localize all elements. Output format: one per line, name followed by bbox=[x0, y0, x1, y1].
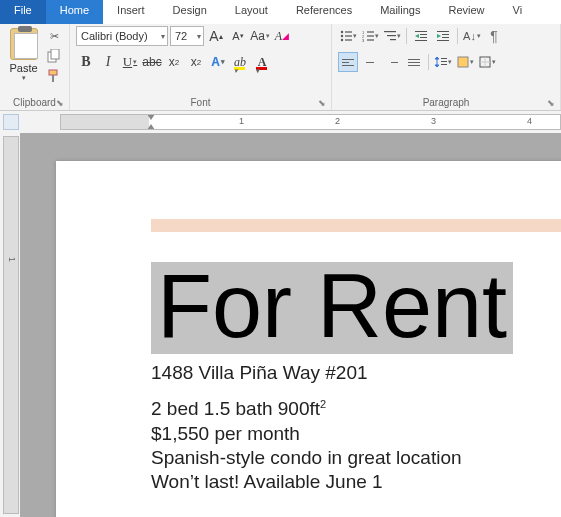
sort-button[interactable]: A↓ bbox=[462, 26, 482, 46]
page[interactable]: For Rent 1488 Villa Piña Way #201 2 bed … bbox=[56, 161, 561, 517]
show-marks-button[interactable]: ¶ bbox=[484, 26, 504, 46]
font-name-combo[interactable]: Calibri (Body)▾ bbox=[76, 26, 168, 46]
group-paragraph: 123 A↓ ¶ Paragraph⬊ bbox=[332, 24, 561, 110]
svg-rect-29 bbox=[441, 58, 447, 59]
font-color-button[interactable]: A bbox=[252, 52, 272, 72]
svg-rect-27 bbox=[442, 37, 449, 38]
ruler-tick: 1 bbox=[7, 257, 17, 262]
svg-rect-7 bbox=[345, 35, 352, 36]
paste-dropdown-icon[interactable]: ▾ bbox=[22, 74, 26, 82]
paragraph-dialog-icon[interactable]: ⬊ bbox=[546, 98, 556, 108]
group-font: Calibri (Body)▾ 72▾ A▴ A▾ Aa A◢ B I U ab… bbox=[70, 24, 332, 110]
svg-rect-19 bbox=[415, 31, 427, 32]
doc-heading[interactable]: For Rent bbox=[151, 262, 513, 354]
format-painter-icon[interactable] bbox=[45, 68, 63, 84]
ruler-tick: 3 bbox=[431, 116, 436, 126]
svg-rect-22 bbox=[420, 37, 427, 38]
cut-icon[interactable]: ✂ bbox=[45, 28, 63, 44]
shading-button[interactable] bbox=[455, 52, 475, 72]
svg-rect-2 bbox=[49, 70, 57, 75]
ribbon: Paste ▾ ✂ Clipboard⬊ Calibri (Body)▾ 72▾… bbox=[0, 24, 561, 111]
tab-review[interactable]: Review bbox=[435, 0, 499, 24]
svg-rect-24 bbox=[437, 31, 449, 32]
italic-button[interactable]: I bbox=[98, 52, 118, 72]
svg-point-6 bbox=[340, 35, 342, 37]
decorative-bar bbox=[151, 219, 561, 232]
align-right-button[interactable] bbox=[382, 52, 402, 72]
svg-rect-13 bbox=[367, 35, 374, 36]
tab-view[interactable]: Vi bbox=[499, 0, 537, 24]
paste-button[interactable]: Paste ▾ bbox=[6, 26, 41, 88]
doc-line-beds[interactable]: 2 bed 1.5 bath 900ft2 bbox=[151, 398, 561, 420]
align-left-button[interactable] bbox=[338, 52, 358, 72]
superscript-button[interactable]: x2 bbox=[186, 52, 206, 72]
ruler-tick: 1 bbox=[239, 116, 244, 126]
vertical-ruler[interactable]: 1 bbox=[0, 133, 20, 517]
first-line-indent-marker[interactable] bbox=[147, 114, 155, 120]
tab-home[interactable]: Home bbox=[46, 0, 103, 24]
group-paragraph-label: Paragraph⬊ bbox=[338, 95, 554, 110]
svg-point-8 bbox=[340, 39, 342, 41]
group-font-label: Font⬊ bbox=[76, 95, 325, 110]
underline-button[interactable]: U bbox=[120, 52, 140, 72]
decrease-indent-button[interactable] bbox=[411, 26, 431, 46]
svg-rect-3 bbox=[52, 75, 54, 82]
shrink-font-button[interactable]: A▾ bbox=[228, 26, 248, 46]
tab-references[interactable]: References bbox=[282, 0, 366, 24]
ribbon-tabs: File Home Insert Design Layout Reference… bbox=[0, 0, 561, 24]
svg-rect-1 bbox=[51, 49, 59, 59]
tab-mailings[interactable]: Mailings bbox=[366, 0, 434, 24]
svg-rect-31 bbox=[441, 64, 447, 65]
document-canvas[interactable]: For Rent 1488 Villa Piña Way #201 2 bed … bbox=[20, 133, 561, 517]
copy-icon[interactable] bbox=[45, 48, 63, 64]
clipboard-icon bbox=[10, 28, 38, 60]
svg-rect-30 bbox=[441, 61, 447, 62]
svg-rect-28 bbox=[437, 40, 449, 41]
strikethrough-button[interactable]: abc bbox=[142, 52, 162, 72]
doc-address[interactable]: 1488 Villa Piña Way #201 bbox=[151, 362, 561, 384]
align-justify-button[interactable] bbox=[404, 52, 424, 72]
svg-rect-18 bbox=[390, 39, 396, 40]
subscript-button[interactable]: x2 bbox=[164, 52, 184, 72]
svg-marker-26 bbox=[437, 34, 441, 38]
paste-label: Paste bbox=[9, 62, 37, 74]
svg-rect-15 bbox=[367, 39, 374, 40]
tab-insert[interactable]: Insert bbox=[103, 0, 159, 24]
font-size-combo[interactable]: 72▾ bbox=[170, 26, 204, 46]
svg-rect-17 bbox=[387, 35, 396, 36]
bold-button[interactable]: B bbox=[76, 52, 96, 72]
svg-rect-25 bbox=[442, 34, 449, 35]
svg-rect-16 bbox=[384, 31, 396, 32]
grow-font-button[interactable]: A▴ bbox=[206, 26, 226, 46]
tab-file[interactable]: File bbox=[0, 0, 46, 24]
font-dialog-icon[interactable]: ⬊ bbox=[317, 98, 327, 108]
doc-line-avail[interactable]: Won’t last! Available June 1 bbox=[151, 471, 561, 493]
tab-layout[interactable]: Layout bbox=[221, 0, 282, 24]
borders-button[interactable] bbox=[477, 52, 497, 72]
change-case-button[interactable]: Aa bbox=[250, 26, 270, 46]
svg-rect-9 bbox=[345, 39, 352, 40]
numbering-button[interactable]: 123 bbox=[360, 26, 380, 46]
text-effects-button[interactable]: A bbox=[208, 52, 228, 72]
group-clipboard: Paste ▾ ✂ Clipboard⬊ bbox=[0, 24, 70, 110]
svg-rect-32 bbox=[458, 57, 468, 67]
doc-line-desc[interactable]: Spanish-style condo in great location bbox=[151, 447, 561, 469]
multilevel-list-button[interactable] bbox=[382, 26, 402, 46]
svg-rect-11 bbox=[367, 31, 374, 32]
svg-point-4 bbox=[340, 31, 342, 33]
align-center-button[interactable] bbox=[360, 52, 380, 72]
horizontal-ruler[interactable]: 1 2 3 4 bbox=[60, 114, 561, 130]
tab-design[interactable]: Design bbox=[159, 0, 221, 24]
highlight-button[interactable]: ab bbox=[230, 52, 250, 72]
bullets-button[interactable] bbox=[338, 26, 358, 46]
ruler-tick: 2 bbox=[335, 116, 340, 126]
hanging-indent-marker[interactable] bbox=[147, 124, 155, 130]
svg-rect-20 bbox=[420, 34, 427, 35]
svg-rect-5 bbox=[345, 31, 352, 32]
doc-line-price[interactable]: $1,550 per month bbox=[151, 423, 561, 445]
clipboard-dialog-icon[interactable]: ⬊ bbox=[55, 98, 65, 108]
tab-selector[interactable] bbox=[3, 114, 19, 130]
line-spacing-button[interactable] bbox=[433, 52, 453, 72]
clear-formatting-button[interactable]: A◢ bbox=[272, 26, 292, 46]
increase-indent-button[interactable] bbox=[433, 26, 453, 46]
